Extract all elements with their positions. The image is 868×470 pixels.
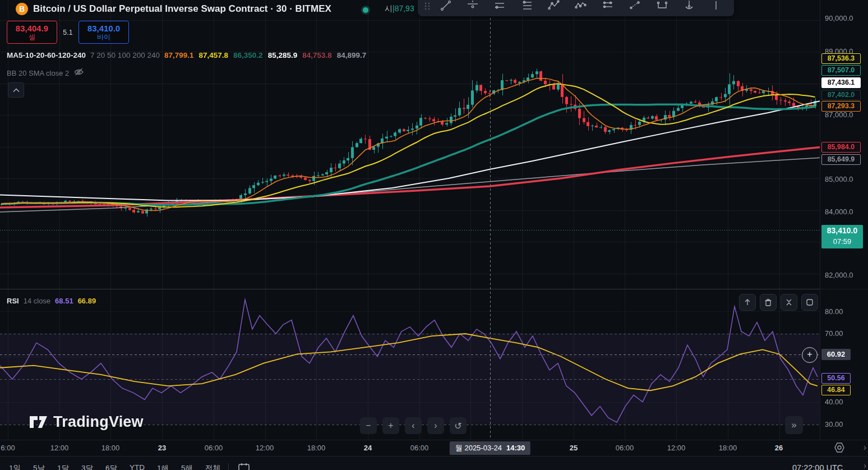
price-tick: 82,000.0 bbox=[825, 271, 853, 279]
market-status-dot[interactable] bbox=[361, 6, 370, 15]
range-button-전체[interactable]: 전체 bbox=[205, 463, 220, 470]
collapse-button[interactable] bbox=[781, 294, 797, 311]
rsi-tick: 80.00 bbox=[825, 307, 843, 316]
pane-separator[interactable] bbox=[0, 289, 868, 289]
wave-icon[interactable] bbox=[567, 0, 594, 16]
goto-latest-button[interactable]: » bbox=[785, 416, 803, 434]
drag-handle-icon[interactable] bbox=[422, 0, 432, 16]
parallel-lines-icon[interactable] bbox=[486, 0, 513, 16]
ma-indicator-legend[interactable]: MA5-10-20-60-120-240 7 20 50 100 200 240… bbox=[7, 51, 371, 59]
time-tick: 18:00 bbox=[94, 444, 127, 452]
range-button-1해[interactable]: 1해 bbox=[157, 463, 169, 470]
bar-countdown: 07:59 bbox=[821, 237, 863, 247]
cross-line-icon[interactable] bbox=[459, 0, 486, 16]
ma-price-label: 87,507.0 bbox=[821, 65, 861, 76]
vertical-line-icon[interactable] bbox=[703, 0, 730, 16]
zigzag-icon[interactable] bbox=[541, 0, 567, 16]
rsi-value-label: 46.84 bbox=[821, 385, 851, 395]
reset-chart-button[interactable]: ↺ bbox=[450, 417, 467, 434]
buy-label: 바이 bbox=[97, 33, 110, 41]
range-button-3달[interactable]: 3달 bbox=[81, 463, 93, 470]
parallel-rays-icon[interactable] bbox=[594, 0, 621, 16]
divider bbox=[228, 463, 229, 470]
buy-price: 83,410.0 bbox=[87, 24, 120, 33]
time-tick: 12:00 bbox=[248, 444, 281, 452]
bottom-expand-chevron-icon[interactable]: › bbox=[864, 461, 866, 470]
last-price-value: 83,410.0 bbox=[821, 225, 863, 237]
time-tick: 18:00 bbox=[711, 444, 745, 452]
time-tick: 26 bbox=[762, 444, 796, 452]
range-button-5날[interactable]: 5날 bbox=[33, 463, 45, 470]
ma-price-label: 85,984.0 bbox=[821, 142, 861, 153]
rsi-legend-params: 14 close bbox=[24, 297, 50, 305]
open-label: 시 bbox=[385, 4, 393, 13]
eye-off-icon[interactable] bbox=[73, 67, 84, 79]
ma-legend-value: 86,350.2 bbox=[233, 51, 263, 59]
rsi-value-label: 50.56 bbox=[821, 373, 851, 384]
price-axis[interactable]: 90,000.089,000.087,000.085,000.084,000.0… bbox=[820, 0, 868, 440]
crosshair-date: 월 2025-03-24 bbox=[455, 444, 502, 452]
rsi-indicator-legend[interactable]: RSI 14 close 68.51 66.89 bbox=[7, 297, 96, 305]
bb-indicator-legend[interactable]: BB 20 SMA close 2 bbox=[7, 67, 84, 79]
calendar-icon[interactable] bbox=[238, 463, 250, 470]
crosshair-date-label: 월 2025-03-2414:30 bbox=[450, 441, 530, 455]
buy-button[interactable]: 83,410.0 바이 bbox=[79, 21, 129, 44]
zoom-in-button[interactable]: + bbox=[382, 417, 399, 434]
ma-price-label: 87,536.3 bbox=[821, 53, 861, 64]
tradingview-logo-text: TradingView bbox=[53, 413, 144, 431]
gear-icon[interactable] bbox=[833, 442, 846, 455]
panel-expand-chevron-icon[interactable]: › bbox=[864, 443, 866, 453]
last-price-label: 83,410.007:59 bbox=[821, 225, 863, 248]
range-button-1달[interactable]: 1달 bbox=[57, 463, 69, 470]
time-tick: 23 bbox=[145, 444, 179, 452]
time-tick: 06:00 bbox=[197, 444, 230, 452]
price-tick: 84,000.0 bbox=[825, 208, 853, 216]
time-tick: 06:00 bbox=[403, 444, 436, 452]
utc-clock[interactable]: 07:22:00 UTC bbox=[792, 463, 843, 470]
ma-legend-value: 85,285.9 bbox=[268, 51, 298, 59]
drawing-toolbar bbox=[418, 0, 734, 16]
time-tick: 06:00 bbox=[608, 444, 641, 452]
time-axis[interactable]: › 6:0012:0018:002306:0012:0018:002406:00… bbox=[0, 440, 868, 457]
range-button-YTD[interactable]: YTD bbox=[130, 463, 145, 470]
ma-legend-value: 87,457.8 bbox=[199, 51, 229, 59]
symbol-header: B Bitcoin / US Dollar Perpetual Inverse … bbox=[16, 3, 331, 15]
tradingview-app: B Bitcoin / US Dollar Perpetual Inverse … bbox=[0, 0, 868, 470]
symbol-title[interactable]: Bitcoin / US Dollar Perpetual Inverse Sw… bbox=[33, 3, 331, 15]
ma-legend-params: 7 20 50 100 200 240 bbox=[90, 51, 160, 59]
crosshair-time: 14:30 bbox=[506, 444, 525, 452]
price-chart-canvas[interactable] bbox=[0, 0, 820, 440]
price-tick: 90,000.0 bbox=[825, 14, 853, 22]
bb-legend-title: BB 20 SMA close 2 bbox=[7, 69, 69, 77]
rsi-tick: 30.00 bbox=[825, 420, 843, 428]
rsi-tick: 70.00 bbox=[825, 329, 843, 338]
scroll-right-button[interactable]: › bbox=[427, 417, 444, 434]
rsi-pane-buttons bbox=[739, 294, 818, 311]
trend-line-icon[interactable] bbox=[432, 0, 459, 16]
order-panel: 83,404.9 셀 5.1 83,410.0 바이 bbox=[7, 21, 129, 44]
anchor-icon[interactable] bbox=[676, 0, 703, 16]
ma-price-label: 85,649.9 bbox=[821, 154, 861, 165]
triple-lines-icon[interactable] bbox=[514, 0, 541, 16]
maximize-button[interactable] bbox=[801, 294, 818, 311]
add-alert-plus-icon[interactable]: + bbox=[802, 347, 818, 363]
time-tick: 12:00 bbox=[659, 444, 693, 452]
legend-collapse-button[interactable] bbox=[8, 82, 24, 98]
arrow-up-button[interactable] bbox=[739, 294, 756, 311]
range-button-6달[interactable]: 6달 bbox=[105, 463, 117, 470]
scroll-left-button[interactable]: ‹ bbox=[405, 417, 422, 434]
rsi-tick: 40.00 bbox=[825, 398, 843, 406]
ma-legend-value: 87,799.1 bbox=[164, 51, 194, 59]
sell-button[interactable]: 83,404.9 셀 bbox=[7, 21, 57, 44]
tradingview-logo[interactable]: TradingView bbox=[29, 413, 144, 431]
sell-label: 셀 bbox=[29, 33, 35, 41]
trash-button[interactable] bbox=[760, 294, 777, 311]
zoom-out-button[interactable]: − bbox=[360, 417, 377, 434]
open-rect-icon[interactable] bbox=[649, 0, 676, 16]
range-button-5해[interactable]: 5해 bbox=[181, 463, 193, 470]
ma-legend-value: 84,899.7 bbox=[337, 51, 367, 59]
time-tick: 18:00 bbox=[299, 444, 333, 452]
time-tick: 24 bbox=[351, 444, 385, 452]
range-button-1일[interactable]: 1일 bbox=[9, 463, 21, 470]
dotted-ray-icon[interactable] bbox=[621, 0, 648, 16]
